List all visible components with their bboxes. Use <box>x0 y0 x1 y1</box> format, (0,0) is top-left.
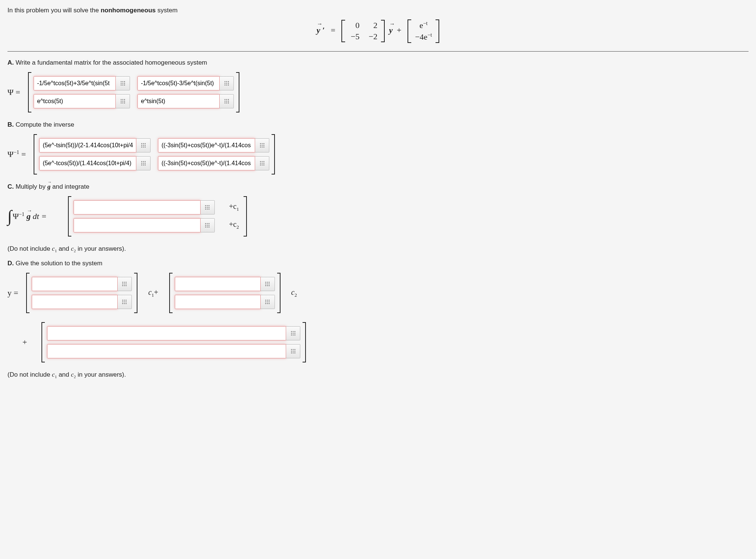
system-equation: y ′ = 0−5 2−2 y + e−t −4e−t <box>7 19 749 43</box>
problem-intro: In this problem you will solve the nonho… <box>7 7 749 14</box>
keypad-icon[interactable] <box>136 156 151 170</box>
part-b-row: Ψ−1 = <box>7 134 749 175</box>
part-c-row: ∫ Ψ−1 g dt = +c1 +c2 <box>7 196 749 237</box>
psi-inv-input-2-1[interactable] <box>39 156 151 170</box>
left-bracket-icon <box>27 72 32 113</box>
integral-input-1[interactable] <box>74 200 215 214</box>
intro-suffix: system <box>156 7 178 14</box>
psi-inv-input-1-1[interactable] <box>39 138 151 152</box>
coefficient-matrix: 0−5 2−2 <box>341 20 385 42</box>
keypad-icon[interactable] <box>136 138 151 152</box>
right-bracket-icon <box>271 134 276 175</box>
keypad-icon[interactable] <box>116 76 130 90</box>
part-b-heading: B. Compute the inverse <box>7 121 749 129</box>
left-bracket-icon <box>67 196 72 237</box>
sol-m1-input-2[interactable] <box>32 295 132 309</box>
part-a-heading: A. Write a fundamental matrix for the as… <box>7 59 749 67</box>
sol-m3-input-1[interactable] <box>47 326 300 340</box>
keypad-icon[interactable] <box>286 326 300 340</box>
plus-sign: + <box>22 337 27 347</box>
psi-inverse-equals: Ψ−1 = <box>7 149 26 159</box>
keypad-icon[interactable] <box>255 138 269 152</box>
psi-input-1-1[interactable] <box>34 76 130 90</box>
forcing-vector: e−t −4e−t <box>408 19 439 43</box>
keypad-icon[interactable] <box>118 277 132 291</box>
psi-equals: Ψ = <box>7 87 20 97</box>
psi-input-2-1[interactable] <box>34 94 130 108</box>
keypad-icon[interactable] <box>220 94 234 108</box>
keypad-icon[interactable] <box>201 218 215 232</box>
keypad-icon[interactable] <box>286 344 300 358</box>
y-vector: y <box>317 25 320 35</box>
integral-icon: ∫ <box>7 208 12 225</box>
sol-m3-input-2[interactable] <box>47 344 300 358</box>
psi-input-2-2[interactable] <box>137 94 234 108</box>
left-bracket-icon <box>168 272 173 314</box>
integral-input-2[interactable] <box>74 218 215 232</box>
integral-lhs: ∫ Ψ−1 g dt = <box>7 208 47 225</box>
part-c-note: (Do not include c1 and c2 in your answer… <box>7 245 749 253</box>
right-bracket-icon <box>235 72 241 113</box>
psi-inv-input-2-2[interactable] <box>158 156 269 170</box>
part-a-row: Ψ = <box>7 72 749 113</box>
c1-times: c1+ <box>141 288 166 298</box>
keypad-icon[interactable] <box>261 295 275 309</box>
keypad-icon[interactable] <box>201 200 215 214</box>
keypad-icon[interactable] <box>116 94 130 108</box>
left-bracket-icon <box>32 134 38 175</box>
plus-c1: +c1 <box>222 202 241 212</box>
part-d-row-1: y = c1+ c2 <box>7 272 749 314</box>
y-equals: y = <box>7 288 18 298</box>
sol-m2-input-1[interactable] <box>175 277 275 291</box>
keypad-icon[interactable] <box>255 156 269 170</box>
keypad-icon[interactable] <box>261 277 275 291</box>
part-d-note: (Do not include c1 and c2 in your answer… <box>7 371 749 379</box>
psi-input-1-2[interactable] <box>137 76 234 90</box>
part-d-row-2: + <box>7 322 749 363</box>
sol-m1-input-1[interactable] <box>32 277 132 291</box>
divider <box>7 51 749 52</box>
left-bracket-icon <box>25 272 30 314</box>
left-bracket-icon <box>40 322 46 363</box>
sol-m2-input-2[interactable] <box>175 295 275 309</box>
intro-bold: nonhomogeneous <box>100 7 155 14</box>
part-d-heading: D. Give the solution to the system <box>7 260 749 267</box>
c2-label: c2 <box>284 288 301 298</box>
psi-inv-input-1-2[interactable] <box>158 138 269 152</box>
right-bracket-icon <box>276 272 282 314</box>
right-bracket-icon <box>243 196 248 237</box>
right-bracket-icon <box>133 272 139 314</box>
part-c-heading: C. Multiply by g and integrate <box>7 183 749 191</box>
intro-prefix: In this problem you will solve the <box>7 7 100 14</box>
keypad-icon[interactable] <box>118 295 132 309</box>
plus-c2: +c2 <box>222 220 241 230</box>
keypad-icon[interactable] <box>220 76 234 90</box>
g-vector: g <box>47 183 51 190</box>
y-vector-rhs: y <box>389 25 393 35</box>
right-bracket-icon <box>302 322 307 363</box>
